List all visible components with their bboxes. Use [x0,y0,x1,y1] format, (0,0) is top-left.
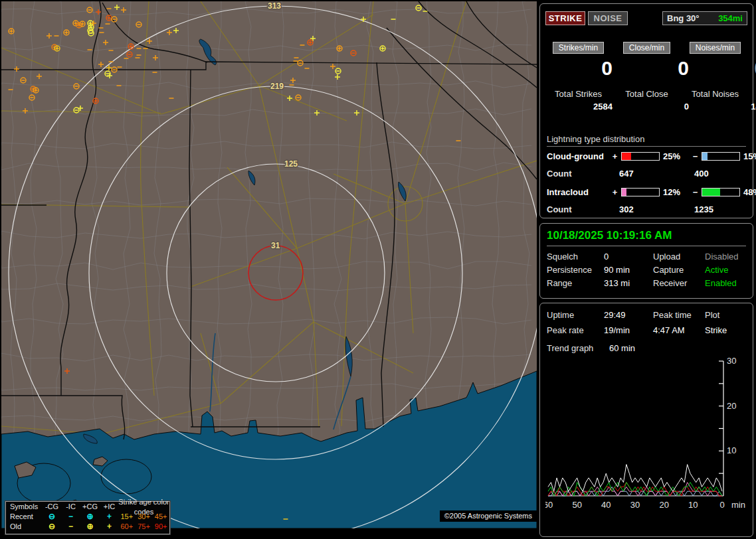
legend-header-pic: +IC [100,502,118,512]
svg-text:0: 0 [719,500,724,510]
ncg-old-icon: ⊖ [42,522,62,532]
age-60: 60+ [118,522,136,532]
svg-text:125: 125 [284,159,298,169]
svg-text:30: 30 [630,500,640,510]
uptime-label: Uptime [547,310,604,320]
ncg-recent-icon: ⊖ [42,512,62,522]
age-30: 30+ [136,512,153,522]
squelch-label: Squelch [547,252,604,262]
cg-count-label: Count [547,169,611,179]
peak-rate-label: Peak rate [547,325,604,335]
persistence-value: 90 min [604,265,653,275]
cloud-ground-label: Cloud-ground [547,151,611,161]
distribution-title: Lightning type distribution [547,134,746,147]
total-strikes-value: 2584 [544,102,620,112]
persistence-label: Persistence [547,265,604,275]
squelch-value: 0 [604,252,653,262]
plot-label: Plot [705,310,747,320]
svg-text:31: 31 [271,241,280,250]
close-per-min-button[interactable]: Close/min [623,42,670,54]
minus-sign: − [691,187,700,197]
plot-value: Strike [705,325,747,335]
neg-ic-count: 1235 [692,204,713,214]
noises-per-min-button[interactable]: Noises/min [690,42,741,54]
total-close-value: 0 [620,102,697,112]
symbol-legend: Symbols -CG -IC +CG +IC Strike age color… [5,501,170,534]
trend-panel: Uptime 29:49 Peak time Plot Peak rate 19… [539,303,753,537]
lightning-map[interactable]: 31125219313 Symbols -CG -IC +CG +IC Stri… [1,1,537,528]
intracloud-label: Intracloud [547,187,611,197]
neg-cg-bar [702,152,740,161]
svg-text:10: 10 [688,500,698,510]
trend-series-neg-intracloud [548,483,722,496]
svg-text:40: 40 [601,500,611,510]
pic-old-icon: + [100,522,118,532]
peak-time-value: 4:47 AM [653,325,705,335]
capture-value: Active [705,265,747,275]
trend-graph: 1020306050403020100min [545,355,749,530]
ic-count-label: Count [547,204,611,214]
bearing-value: Bng 30° [667,13,700,23]
neg-cg-count: 400 [692,169,709,179]
pic-recent-icon: + [100,512,118,522]
total-noises-label: Total Noises [681,89,749,99]
range-label: Range [547,278,604,288]
plus-sign: + [611,187,619,197]
receiver-value: Enabled [705,278,747,288]
pos-ic-count: 302 [611,204,692,214]
status-panel: 10/18/2025 10:19:16 AM Squelch 0 Upload … [539,223,753,299]
counters-panel: STRIKE NOISE Bng 30° 354mi Strikes/min C… [539,3,753,218]
pos-cg-count: 647 [611,169,692,179]
legend-header-pcg: +CG [80,502,100,512]
age-15: 15+ [118,512,136,522]
trend-graph-value: 60 min [609,343,658,353]
total-noises-value: 141 [697,102,756,112]
pos-ic-pct: 12% [662,187,691,197]
legend-header-symbols: Symbols [6,502,42,512]
svg-text:313: 313 [268,1,281,11]
close-per-min-value: 0 [620,58,697,78]
noise-mode-button[interactable]: NOISE [588,11,628,25]
svg-text:30: 30 [727,356,736,366]
svg-text:60: 60 [545,500,553,510]
range-value: 313 mi [604,278,653,288]
age-45: 45+ [152,512,169,522]
nexstorm-window: 31125219313 Symbols -CG -IC +CG +IC Stri… [0,0,756,539]
svg-text:20: 20 [659,500,668,510]
upload-label: Upload [653,252,705,262]
noises-per-min-value: 0 [697,58,756,78]
legend-recent-label: Recent [6,512,42,522]
total-close-label: Total Close [613,89,681,99]
pcg-recent-icon: ⊕ [80,512,100,522]
pos-ic-bar [621,188,660,196]
peak-rate-value: 19/min [604,325,653,335]
legend-old-label: Old [6,522,42,532]
nic-recent-icon: − [62,512,80,522]
total-strikes-label: Total Strikes [544,89,613,99]
nic-old-icon: − [62,522,80,532]
trend-series-pos-cloud-ground [548,483,722,496]
svg-text:20: 20 [727,401,736,411]
pos-cg-bar [621,152,660,161]
legend-header-nic: -IC [62,502,80,512]
svg-text:10: 10 [727,445,736,455]
distance-value: 354mi [718,13,743,23]
legend-header-ncg: -CG [42,502,62,512]
strikes-per-min-button[interactable]: Strikes/min [553,42,604,54]
copyright-label: ©2005 Astrogenic Systems [440,510,537,522]
svg-text:min: min [731,500,745,510]
map-canvas: 31125219313 [1,1,537,528]
neg-cg-pct: 15% [742,151,756,161]
plus-sign: + [611,151,619,161]
age-75: 75+ [136,522,153,532]
uptime-value: 29:49 [604,310,653,320]
datetime-display: 10/18/2025 10:19:16 AM [547,229,746,246]
legend-old-row: Old ⊖ − ⊕ + 60+ 75+ 90+ [6,522,169,532]
receiver-label: Receiver [653,278,705,288]
strike-mode-button[interactable]: STRIKE [545,11,585,25]
upload-value: Disabled [705,252,747,262]
capture-label: Capture [653,265,705,275]
svg-text:219: 219 [270,82,284,91]
minus-sign: − [691,151,700,161]
strikes-per-min-value: 0 [544,58,620,78]
